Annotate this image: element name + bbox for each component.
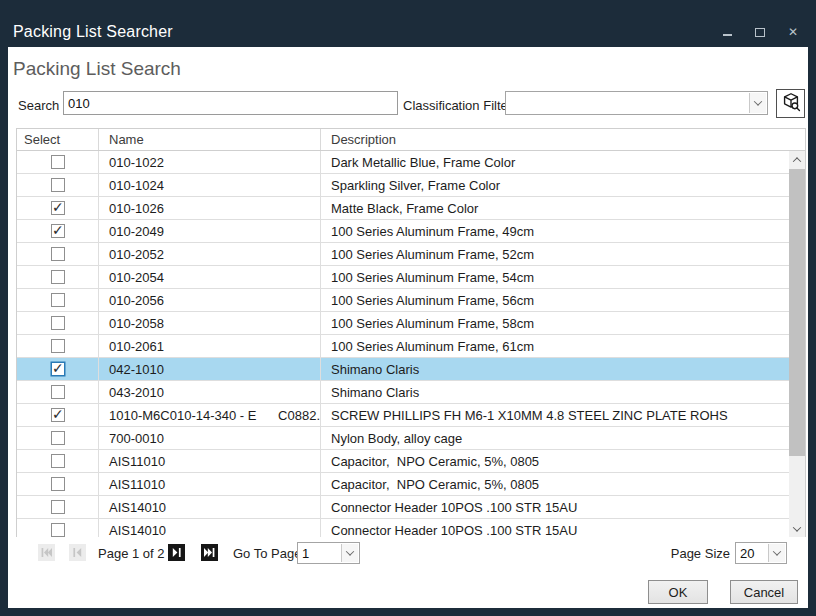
- column-header-description[interactable]: Description: [321, 129, 805, 150]
- scrollbar-thumb[interactable]: [789, 169, 805, 456]
- close-button[interactable]: ✕: [786, 25, 800, 39]
- row-description-cell: Shimano Claris: [321, 358, 789, 380]
- go-to-page-dropdown[interactable]: 1: [297, 542, 360, 564]
- table-row[interactable]: AIS11010 Capacitor, NPO Ceramic, 5%, 080…: [17, 450, 789, 473]
- row-description-cell: 100 Series Aluminum Frame, 54cm: [321, 266, 789, 288]
- maximize-button[interactable]: [753, 25, 767, 39]
- table-row[interactable]: 010-1024 Sparkling Silver, Frame Color: [17, 174, 789, 197]
- row-name-cell: 010-2061: [99, 335, 321, 357]
- row-checkbox[interactable]: [51, 362, 65, 376]
- row-name-cell: 043-2010: [99, 381, 321, 403]
- row-name-cell: AIS11010: [99, 473, 321, 495]
- row-checkbox[interactable]: [51, 316, 65, 330]
- scroll-up-button[interactable]: [789, 151, 805, 168]
- packing-list-searcher-window: Packing List Searcher ✕ Packing List Sea…: [0, 0, 816, 616]
- table-row[interactable]: 010-2061 100 Series Aluminum Frame, 61cm: [17, 335, 789, 358]
- table-row[interactable]: AIS11010 Capacitor, NPO Ceramic, 5%, 080…: [17, 473, 789, 496]
- chevron-up-icon: [793, 157, 801, 165]
- table-row[interactable]: 010-2058 100 Series Aluminum Frame, 58cm: [17, 312, 789, 335]
- ok-button[interactable]: OK: [648, 580, 708, 604]
- row-select-cell: [17, 496, 99, 518]
- row-select-cell: [17, 289, 99, 311]
- table-row[interactable]: 010-1022 Dark Metallic Blue, Frame Color: [17, 151, 789, 174]
- row-description-cell: 100 Series Aluminum Frame, 61cm: [321, 335, 789, 357]
- row-select-cell: [17, 174, 99, 196]
- table-row[interactable]: AIS14010 Connector Header 10POS .100 STR…: [17, 519, 789, 537]
- row-checkbox[interactable]: [51, 385, 65, 399]
- table-row[interactable]: AIS14010 Connector Header 10POS .100 STR…: [17, 496, 789, 519]
- row-select-cell: [17, 266, 99, 288]
- row-select-cell: [17, 335, 99, 357]
- row-checkbox[interactable]: [51, 523, 65, 537]
- page-size-label: Page Size: [671, 546, 730, 561]
- first-page-button[interactable]: [38, 544, 55, 561]
- row-select-cell: [17, 358, 99, 380]
- column-header-select[interactable]: Select: [17, 129, 99, 150]
- row-checkbox[interactable]: [51, 247, 65, 261]
- row-name-cell: 010-1024: [99, 174, 321, 196]
- row-checkbox[interactable]: [51, 500, 65, 514]
- titlebar[interactable]: Packing List Searcher ✕: [0, 0, 816, 47]
- classification-filter-dropdown[interactable]: [505, 91, 768, 115]
- row-checkbox[interactable]: [51, 201, 65, 215]
- table-row[interactable]: 1010-M6C010-14-340 - E C0882... SCREW PH…: [17, 404, 789, 427]
- row-select-cell: [17, 243, 99, 265]
- row-description-cell: Connector Header 10POS .100 STR 15AU: [321, 519, 789, 537]
- row-description-cell: Sparkling Silver, Frame Color: [321, 174, 789, 196]
- scroll-down-button[interactable]: [789, 520, 805, 537]
- table-header: Select Name Description: [17, 129, 805, 151]
- row-checkbox[interactable]: [51, 408, 65, 422]
- last-page-icon: [204, 547, 215, 558]
- row-checkbox[interactable]: [51, 155, 65, 169]
- row-name-cell: 042-1010: [99, 358, 321, 380]
- table-row[interactable]: 010-2052 100 Series Aluminum Frame, 52cm: [17, 243, 789, 266]
- row-name-cell: 010-2056: [99, 289, 321, 311]
- row-description-cell: Shimano Claris: [321, 381, 789, 403]
- classification-search-button[interactable]: [776, 89, 805, 118]
- table-row[interactable]: 042-1010 Shimano Claris: [17, 358, 789, 381]
- table-row[interactable]: 043-2010 Shimano Claris: [17, 381, 789, 404]
- row-description-cell: Dark Metallic Blue, Frame Color: [321, 151, 789, 173]
- row-name-cell: 010-2054: [99, 266, 321, 288]
- row-checkbox[interactable]: [51, 339, 65, 353]
- vertical-scrollbar[interactable]: [789, 151, 805, 537]
- row-name-cell: AIS14010: [99, 519, 321, 537]
- row-checkbox[interactable]: [51, 293, 65, 307]
- last-page-button[interactable]: [201, 544, 218, 561]
- table-row[interactable]: 700-0010 Nylon Body, alloy cage: [17, 427, 789, 450]
- row-select-cell: [17, 519, 99, 537]
- window-title: Packing List Searcher: [13, 23, 173, 41]
- row-checkbox[interactable]: [51, 431, 65, 445]
- row-checkbox[interactable]: [51, 477, 65, 491]
- row-checkbox[interactable]: [51, 454, 65, 468]
- table-row[interactable]: 010-2054 100 Series Aluminum Frame, 54cm: [17, 266, 789, 289]
- row-select-cell: [17, 312, 99, 334]
- minimize-icon: [723, 34, 732, 36]
- previous-page-icon: [72, 547, 83, 558]
- previous-page-button[interactable]: [69, 544, 86, 561]
- table-row[interactable]: 010-2049 100 Series Aluminum Frame, 49cm: [17, 220, 789, 243]
- page-size-dropdown[interactable]: 20: [735, 542, 787, 564]
- search-input[interactable]: [63, 91, 398, 115]
- column-header-name[interactable]: Name: [99, 129, 321, 150]
- table-row[interactable]: 010-1026 Matte Black, Frame Color: [17, 197, 789, 220]
- row-checkbox[interactable]: [51, 270, 65, 284]
- row-checkbox[interactable]: [51, 224, 65, 238]
- go-to-page-label: Go To Page: [233, 546, 301, 561]
- row-select-cell: [17, 404, 99, 426]
- row-name-cell: 010-2052: [99, 243, 321, 265]
- row-name-cell: AIS14010: [99, 496, 321, 518]
- chevron-down-icon: [768, 544, 785, 562]
- page-indicator: Page 1 of 2: [98, 546, 165, 561]
- cancel-button[interactable]: Cancel: [730, 580, 798, 604]
- row-checkbox[interactable]: [51, 178, 65, 192]
- next-page-button[interactable]: [168, 544, 185, 561]
- minimize-button[interactable]: [720, 25, 734, 39]
- table-row[interactable]: 010-2056 100 Series Aluminum Frame, 56cm: [17, 289, 789, 312]
- chevron-down-icon: [749, 93, 766, 113]
- page-title: Packing List Search: [13, 58, 181, 80]
- dialog-content: Packing List Search Search Classificatio…: [8, 47, 808, 608]
- search-label: Search: [18, 98, 59, 113]
- row-select-cell: [17, 151, 99, 173]
- row-description-cell: Connector Header 10POS .100 STR 15AU: [321, 496, 789, 518]
